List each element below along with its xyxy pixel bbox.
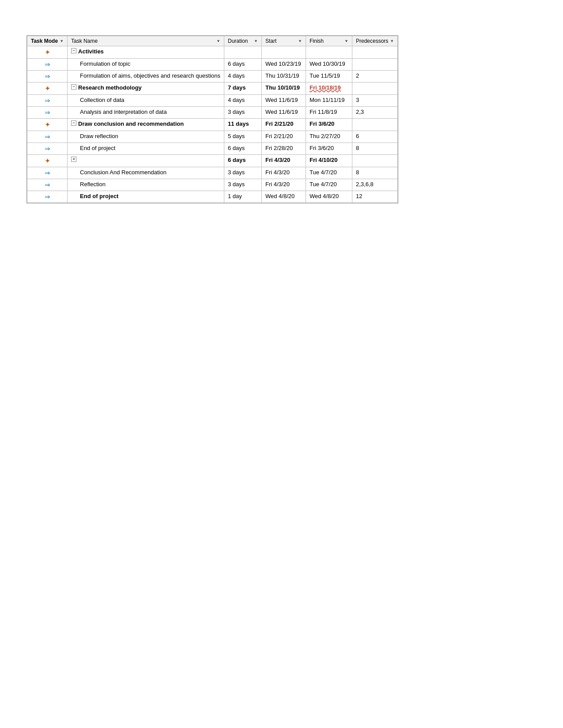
task-mode-dropdown-icon[interactable]: ▼ (60, 39, 64, 43)
start-value: Fri 4/3/20 (265, 157, 290, 163)
collapse-button[interactable]: + (71, 157, 76, 162)
duration-value: 6 days (228, 145, 245, 151)
task-name-cell: End of project (68, 191, 224, 203)
duration-value: 6 days (228, 60, 245, 67)
predecessors-value: 8 (356, 169, 359, 176)
finish-cell: Thu 2/27/20 (306, 131, 352, 143)
duration-cell: 6 days (224, 59, 261, 71)
task-name-text: Collection of data (71, 97, 124, 103)
summary-task-icon: ✦ (45, 157, 50, 165)
predecessors-dropdown-icon[interactable]: ▼ (390, 39, 394, 43)
task-mode-cell: ✦ (27, 155, 68, 167)
finish-cell: Fri 4/10/20 (306, 155, 352, 167)
task-icon: ⇒ (45, 193, 50, 200)
task-icon: ⇒ (45, 145, 50, 152)
finish-value: Fri 3/6/20 (310, 120, 334, 127)
header-finish[interactable]: Finish ▼ (306, 36, 352, 46)
finish-cell: Fri 3/6/20 (306, 143, 352, 155)
table-row: ⇒Analysis and interpretation of data3 da… (27, 107, 398, 119)
duration-value: 1 day (228, 193, 242, 199)
start-cell: Thu 10/10/19 (261, 83, 306, 95)
task-name-cell: Draw reflection (68, 131, 224, 143)
collapse-button[interactable]: − (71, 48, 76, 53)
finish-cell: Fri 11/8/19 (306, 107, 352, 119)
task-name-text: Conclusion And Recommendation (71, 169, 166, 176)
task-mode-cell: ⇒ (27, 107, 68, 119)
task-icon: ⇒ (45, 169, 50, 176)
start-cell: Thu 10/31/19 (261, 71, 306, 83)
collapse-button[interactable]: − (71, 120, 76, 126)
task-mode-cell: ⇒ (27, 167, 68, 179)
duration-cell: 3 days (224, 107, 261, 119)
predecessors-value: 3 (356, 97, 359, 103)
table-row: ⇒End of project1 dayWed 4/8/20Wed 4/8/20… (27, 191, 398, 203)
predecessors-cell: 8 (352, 143, 397, 155)
collapse-button[interactable]: − (71, 84, 76, 90)
predecessors-cell (352, 46, 397, 59)
start-cell: Wed 11/6/19 (261, 95, 306, 107)
predecessors-value: 2,3,6,8 (356, 181, 374, 188)
predecessors-value: 2 (356, 72, 359, 79)
duration-value: 3 days (228, 181, 245, 188)
finish-cell: Fri 10/18/19 (306, 83, 352, 95)
finish-dropdown-icon[interactable]: ▼ (344, 39, 348, 43)
task-mode-cell: ⇒ (27, 131, 68, 143)
task-mode-cell: ⇒ (27, 179, 68, 191)
task-name-text: Reflection (71, 181, 106, 188)
finish-cell: Mon 11/11/19 (306, 95, 352, 107)
header-task-mode[interactable]: Task Mode ▼ (27, 36, 68, 46)
task-name-dropdown-icon[interactable]: ▼ (216, 39, 220, 43)
duration-value: 7 days (228, 84, 246, 91)
start-cell: Wed 10/23/19 (261, 59, 306, 71)
gantt-table: Task Mode ▼ Task Name ▼ Duration ▼ (26, 35, 398, 203)
table-row: ✦−Activities (27, 46, 398, 59)
summary-task-icon: ✦ (45, 121, 50, 128)
finish-value: Tue 4/7/20 (310, 181, 337, 188)
start-cell: Wed 4/8/20 (261, 191, 306, 203)
header-task-name[interactable]: Task Name ▼ (68, 36, 224, 46)
task-icon: ⇒ (45, 60, 50, 68)
duration-cell: 7 days (224, 83, 261, 95)
finish-value: Mon 11/11/19 (310, 97, 345, 103)
start-value: Wed 10/23/19 (265, 60, 301, 67)
summary-task-icon: ✦ (45, 85, 50, 92)
header-duration[interactable]: Duration ▼ (224, 36, 261, 46)
task-icon: ⇒ (45, 181, 50, 188)
predecessors-cell: 2 (352, 71, 397, 83)
start-value: Wed 11/6/19 (265, 109, 298, 115)
predecessors-cell: 2,3,6,8 (352, 179, 397, 191)
task-mode-cell: ✦ (27, 46, 68, 59)
duration-value: 3 days (228, 169, 245, 176)
duration-value: 4 days (228, 97, 245, 103)
duration-value: 3 days (228, 109, 245, 115)
finish-cell (306, 46, 352, 59)
task-mode-cell: ✦ (27, 83, 68, 95)
start-value: Thu 10/10/19 (265, 84, 300, 91)
task-name-text: End of project (71, 145, 115, 151)
start-dropdown-icon[interactable]: ▼ (298, 39, 302, 43)
duration-value: 4 days (228, 72, 245, 79)
finish-value: Wed 10/30/19 (310, 60, 345, 67)
start-value: Wed 11/6/19 (265, 97, 298, 103)
start-cell: Wed 11/6/19 (261, 107, 306, 119)
table-row: ✦−Research methodology7 daysThu 10/10/19… (27, 83, 398, 95)
task-name-cell: Formulation of aims, objectives and rese… (68, 71, 224, 83)
task-name-text: Research methodology (78, 84, 142, 91)
header-start[interactable]: Start ▼ (261, 36, 306, 46)
task-name-cell: Collection of data (68, 95, 224, 107)
predecessors-cell: 8 (352, 167, 397, 179)
task-icon: ⇒ (45, 109, 50, 116)
duration-cell: 5 days (224, 131, 261, 143)
table-row: ⇒Formulation of topic6 daysWed 10/23/19W… (27, 59, 398, 71)
start-cell: Fri 2/28/20 (261, 143, 306, 155)
task-name-text: Formulation of aims, objectives and rese… (71, 72, 220, 79)
start-cell: Fri 4/3/20 (261, 179, 306, 191)
table-row: ✦+6 daysFri 4/3/20Fri 4/10/20 (27, 155, 398, 167)
duration-dropdown-icon[interactable]: ▼ (254, 39, 258, 43)
finish-cell: Wed 10/30/19 (306, 59, 352, 71)
task-icon: ⇒ (45, 72, 50, 80)
task-mode-cell: ✦ (27, 119, 68, 131)
finish-cell: Tue 4/7/20 (306, 179, 352, 191)
header-predecessors[interactable]: Predecessors ▼ (352, 36, 397, 46)
finish-value: Fri 4/10/20 (310, 157, 338, 163)
